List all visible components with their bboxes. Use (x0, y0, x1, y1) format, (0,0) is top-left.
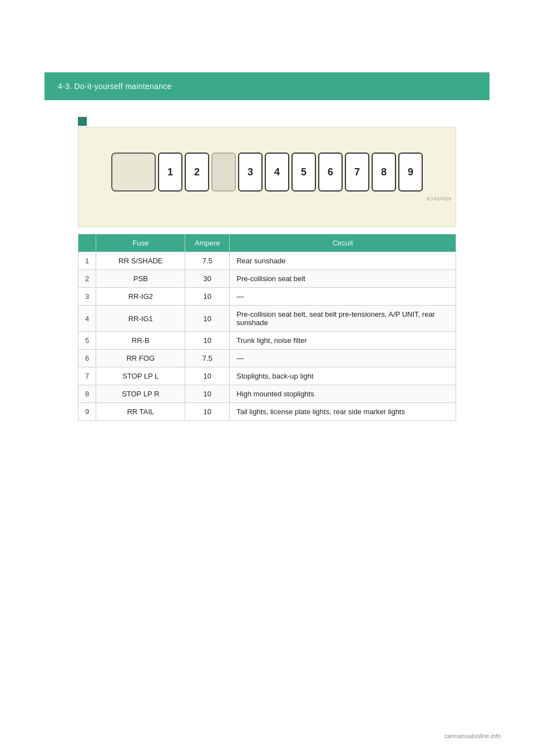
table-row: 5RR-B10Trunk light, noise filter (78, 332, 456, 350)
table-row: 7STOP LP L10Stoplights, back-up light (78, 367, 456, 385)
row-ampere: 10 (185, 332, 230, 350)
header-bar: 4-3. Do-it-yourself maintenance (44, 72, 490, 100)
table-row: 3RR-IG210— (78, 288, 456, 306)
fuse-block-4: 4 (265, 153, 289, 192)
table-row: 4RR-IG110Pre-collision seat belt, seat b… (78, 306, 456, 332)
fuse-table: Fuse Ampere Circuit 1RR S/SHADE7.5Rear s… (78, 234, 456, 421)
row-ampere: 10 (185, 306, 230, 332)
row-fuse: STOP LP L (96, 367, 185, 385)
table-header-ampere: Ampere (185, 234, 230, 252)
fuse-diagram-box: 1 2 3 4 5 6 7 8 9 ILY43A029 (78, 127, 456, 227)
row-ampere: 10 (185, 385, 230, 403)
fuse-block-3: 3 (238, 153, 263, 192)
table-header-circuit: Circuit (230, 234, 456, 252)
row-circuit: High mounted stoplights (230, 385, 456, 403)
row-num: 5 (78, 332, 96, 350)
watermark: carmanualonline.info (444, 733, 501, 739)
fuse-block-8: 8 (372, 153, 396, 192)
table-row: 6RR FOG7.5— (78, 350, 456, 367)
fuse-block-1: 1 (158, 153, 182, 192)
table-header-num (78, 234, 96, 252)
fuse-diagram-row: 1 2 3 4 5 6 7 8 9 (111, 153, 423, 192)
section-icon (78, 117, 87, 126)
fuse-block-9: 9 (398, 153, 423, 192)
row-num: 8 (78, 385, 96, 403)
table-header-fuse: Fuse (96, 234, 185, 252)
header-title: 4-3. Do-it-yourself maintenance (58, 82, 172, 91)
row-circuit: Rear sunshade (230, 252, 456, 270)
row-ampere: 7.5 (185, 350, 230, 367)
row-ampere: 10 (185, 288, 230, 306)
row-ampere: 7.5 (185, 252, 230, 270)
row-circuit: Pre-collision seat belt (230, 270, 456, 288)
row-circuit: Tail lights, license plate lights, rear … (230, 403, 456, 421)
row-fuse: RR-IG1 (96, 306, 185, 332)
row-fuse: PSB (96, 270, 185, 288)
row-fuse: RR TAIL (96, 403, 185, 421)
row-num: 2 (78, 270, 96, 288)
row-circuit: — (230, 350, 456, 367)
row-circuit: Trunk light, noise filter (230, 332, 456, 350)
row-fuse: RR-B (96, 332, 185, 350)
row-num: 9 (78, 403, 96, 421)
watermark-text: carmanualonline.info (444, 733, 501, 739)
row-num: 3 (78, 288, 96, 306)
row-fuse: RR FOG (96, 350, 185, 367)
fuse-connector (111, 153, 156, 192)
diagram-label: ILY43A029 (427, 196, 456, 202)
fuse-block-empty (211, 153, 236, 192)
fuse-block-5: 5 (291, 153, 316, 192)
row-fuse: RR-IG2 (96, 288, 185, 306)
page-container: 4-3. Do-it-yourself maintenance 1 2 3 4 … (0, 0, 534, 756)
table-row: 2PSB30Pre-collision seat belt (78, 270, 456, 288)
row-ampere: 10 (185, 403, 230, 421)
table-row: 8STOP LP R10High mounted stoplights (78, 385, 456, 403)
row-circuit: Stoplights, back-up light (230, 367, 456, 385)
row-circuit: Pre-collision seat belt, seat belt pre-t… (230, 306, 456, 332)
fuse-block-6: 6 (318, 153, 343, 192)
table-row: 1RR S/SHADE7.5Rear sunshade (78, 252, 456, 270)
row-fuse: STOP LP R (96, 385, 185, 403)
row-num: 7 (78, 367, 96, 385)
row-ampere: 30 (185, 270, 230, 288)
fuse-block-2: 2 (185, 153, 209, 192)
row-num: 6 (78, 350, 96, 367)
fuse-block-7: 7 (345, 153, 369, 192)
row-num: 1 (78, 252, 96, 270)
row-ampere: 10 (185, 367, 230, 385)
table-row: 9RR TAIL10Tail lights, license plate lig… (78, 403, 456, 421)
row-fuse: RR S/SHADE (96, 252, 185, 270)
row-num: 4 (78, 306, 96, 332)
row-circuit: — (230, 288, 456, 306)
